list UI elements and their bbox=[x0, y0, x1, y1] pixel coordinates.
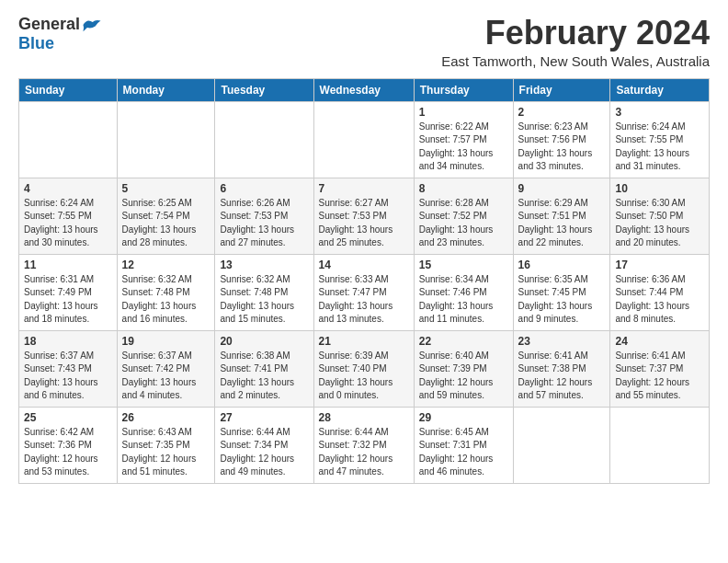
day-number: 1 bbox=[419, 106, 508, 119]
calendar-cell: 23Sunrise: 6:41 AMSunset: 7:38 PMDayligh… bbox=[513, 330, 610, 407]
day-info: Sunrise: 6:25 AMSunset: 7:54 PMDaylight:… bbox=[122, 197, 210, 250]
day-info: Sunrise: 6:22 AMSunset: 7:57 PMDaylight:… bbox=[419, 121, 508, 174]
day-header-monday: Monday bbox=[117, 78, 215, 101]
calendar-cell: 7Sunrise: 6:27 AMSunset: 7:53 PMDaylight… bbox=[313, 178, 414, 254]
day-info: Sunrise: 6:35 AMSunset: 7:45 PMDaylight:… bbox=[518, 273, 606, 327]
day-info: Sunrise: 6:41 AMSunset: 7:37 PMDaylight:… bbox=[615, 350, 704, 403]
calendar-cell: 17Sunrise: 6:36 AMSunset: 7:44 PMDayligh… bbox=[610, 254, 710, 330]
day-number: 8 bbox=[419, 182, 508, 195]
subtitle: East Tamworth, New South Wales, Australi… bbox=[441, 53, 710, 69]
calendar-cell bbox=[313, 101, 414, 178]
day-header-friday: Friday bbox=[513, 78, 610, 101]
day-number: 12 bbox=[122, 259, 210, 271]
calendar-cell: 3Sunrise: 6:24 AMSunset: 7:55 PMDaylight… bbox=[610, 101, 710, 178]
day-number: 4 bbox=[24, 182, 112, 195]
day-number: 28 bbox=[319, 411, 409, 424]
day-info: Sunrise: 6:28 AMSunset: 7:52 PMDaylight:… bbox=[419, 197, 508, 250]
day-info: Sunrise: 6:37 AMSunset: 7:42 PMDaylight:… bbox=[122, 350, 210, 403]
day-number: 17 bbox=[615, 259, 704, 271]
calendar-cell: 22Sunrise: 6:40 AMSunset: 7:39 PMDayligh… bbox=[414, 330, 513, 407]
day-info: Sunrise: 6:24 AMSunset: 7:55 PMDaylight:… bbox=[615, 121, 704, 174]
day-info: Sunrise: 6:41 AMSunset: 7:38 PMDaylight:… bbox=[518, 350, 606, 403]
title-area: February 2024 East Tamworth, New South W… bbox=[441, 15, 710, 69]
calendar-cell bbox=[215, 101, 313, 178]
day-info: Sunrise: 6:31 AMSunset: 7:49 PMDaylight:… bbox=[24, 273, 112, 327]
day-info: Sunrise: 6:23 AMSunset: 7:56 PMDaylight:… bbox=[518, 121, 606, 174]
day-number: 15 bbox=[419, 259, 508, 271]
day-number: 6 bbox=[220, 182, 308, 195]
day-number: 18 bbox=[24, 335, 112, 348]
day-number: 13 bbox=[220, 259, 308, 271]
week-row-1: 4Sunrise: 6:24 AMSunset: 7:55 PMDaylight… bbox=[19, 178, 710, 254]
calendar-cell: 16Sunrise: 6:35 AMSunset: 7:45 PMDayligh… bbox=[513, 254, 610, 330]
day-number: 27 bbox=[220, 411, 308, 424]
day-number: 2 bbox=[518, 106, 606, 119]
week-row-3: 18Sunrise: 6:37 AMSunset: 7:43 PMDayligh… bbox=[19, 330, 710, 407]
calendar-cell: 4Sunrise: 6:24 AMSunset: 7:55 PMDaylight… bbox=[19, 178, 118, 254]
day-info: Sunrise: 6:45 AMSunset: 7:31 PMDaylight:… bbox=[419, 426, 508, 479]
day-info: Sunrise: 6:38 AMSunset: 7:41 PMDaylight:… bbox=[220, 350, 308, 403]
calendar-cell: 11Sunrise: 6:31 AMSunset: 7:49 PMDayligh… bbox=[19, 254, 118, 330]
main-title: February 2024 bbox=[441, 15, 710, 52]
calendar-cell bbox=[610, 407, 710, 483]
day-number: 24 bbox=[615, 335, 704, 348]
day-number: 29 bbox=[419, 411, 508, 424]
day-info: Sunrise: 6:33 AMSunset: 7:47 PMDaylight:… bbox=[319, 273, 409, 327]
day-number: 20 bbox=[220, 335, 308, 348]
day-header-tuesday: Tuesday bbox=[215, 78, 313, 101]
bird-icon bbox=[82, 17, 102, 33]
week-row-0: 1Sunrise: 6:22 AMSunset: 7:57 PMDaylight… bbox=[19, 101, 710, 178]
day-number: 21 bbox=[319, 335, 409, 348]
calendar-cell: 1Sunrise: 6:22 AMSunset: 7:57 PMDaylight… bbox=[414, 101, 513, 178]
day-info: Sunrise: 6:42 AMSunset: 7:36 PMDaylight:… bbox=[24, 426, 112, 479]
calendar-cell: 26Sunrise: 6:43 AMSunset: 7:35 PMDayligh… bbox=[117, 407, 215, 483]
day-header-sunday: Sunday bbox=[19, 78, 118, 101]
calendar-cell: 12Sunrise: 6:32 AMSunset: 7:48 PMDayligh… bbox=[117, 254, 215, 330]
day-number: 25 bbox=[24, 411, 112, 424]
calendar-cell: 24Sunrise: 6:41 AMSunset: 7:37 PMDayligh… bbox=[610, 330, 710, 407]
calendar: SundayMondayTuesdayWednesdayThursdayFrid… bbox=[18, 78, 710, 484]
header: General Blue February 2024 East Tamworth… bbox=[18, 15, 710, 69]
day-number: 19 bbox=[122, 335, 210, 348]
calendar-cell: 15Sunrise: 6:34 AMSunset: 7:46 PMDayligh… bbox=[414, 254, 513, 330]
calendar-cell: 8Sunrise: 6:28 AMSunset: 7:52 PMDaylight… bbox=[414, 178, 513, 254]
day-info: Sunrise: 6:44 AMSunset: 7:34 PMDaylight:… bbox=[220, 426, 308, 479]
day-info: Sunrise: 6:34 AMSunset: 7:46 PMDaylight:… bbox=[419, 273, 508, 327]
calendar-cell: 6Sunrise: 6:26 AMSunset: 7:53 PMDaylight… bbox=[215, 178, 313, 254]
day-info: Sunrise: 6:32 AMSunset: 7:48 PMDaylight:… bbox=[122, 273, 210, 327]
week-row-4: 25Sunrise: 6:42 AMSunset: 7:36 PMDayligh… bbox=[19, 407, 710, 483]
calendar-cell bbox=[513, 407, 610, 483]
calendar-cell: 20Sunrise: 6:38 AMSunset: 7:41 PMDayligh… bbox=[215, 330, 313, 407]
calendar-cell bbox=[19, 101, 118, 178]
calendar-cell: 2Sunrise: 6:23 AMSunset: 7:56 PMDaylight… bbox=[513, 101, 610, 178]
day-number: 7 bbox=[319, 182, 409, 195]
calendar-cell: 9Sunrise: 6:29 AMSunset: 7:51 PMDaylight… bbox=[513, 178, 610, 254]
day-info: Sunrise: 6:39 AMSunset: 7:40 PMDaylight:… bbox=[319, 350, 409, 403]
day-number: 16 bbox=[518, 259, 606, 271]
calendar-cell bbox=[117, 101, 215, 178]
day-number: 11 bbox=[24, 259, 112, 271]
logo: General Blue bbox=[18, 15, 102, 53]
day-header-thursday: Thursday bbox=[414, 78, 513, 101]
calendar-cell: 28Sunrise: 6:44 AMSunset: 7:32 PMDayligh… bbox=[313, 407, 414, 483]
day-info: Sunrise: 6:24 AMSunset: 7:55 PMDaylight:… bbox=[24, 197, 112, 250]
week-row-2: 11Sunrise: 6:31 AMSunset: 7:49 PMDayligh… bbox=[19, 254, 710, 330]
day-info: Sunrise: 6:43 AMSunset: 7:35 PMDaylight:… bbox=[122, 426, 210, 479]
day-number: 9 bbox=[518, 182, 606, 195]
page: General Blue February 2024 East Tamworth… bbox=[0, 0, 728, 493]
calendar-cell: 21Sunrise: 6:39 AMSunset: 7:40 PMDayligh… bbox=[313, 330, 414, 407]
day-info: Sunrise: 6:32 AMSunset: 7:48 PMDaylight:… bbox=[220, 273, 308, 327]
day-info: Sunrise: 6:44 AMSunset: 7:32 PMDaylight:… bbox=[319, 426, 409, 479]
day-number: 23 bbox=[518, 335, 606, 348]
calendar-cell: 29Sunrise: 6:45 AMSunset: 7:31 PMDayligh… bbox=[414, 407, 513, 483]
calendar-cell: 10Sunrise: 6:30 AMSunset: 7:50 PMDayligh… bbox=[610, 178, 710, 254]
day-number: 5 bbox=[122, 182, 210, 195]
calendar-cell: 13Sunrise: 6:32 AMSunset: 7:48 PMDayligh… bbox=[215, 254, 313, 330]
calendar-cell: 14Sunrise: 6:33 AMSunset: 7:47 PMDayligh… bbox=[313, 254, 414, 330]
day-info: Sunrise: 6:40 AMSunset: 7:39 PMDaylight:… bbox=[419, 350, 508, 403]
calendar-cell: 19Sunrise: 6:37 AMSunset: 7:42 PMDayligh… bbox=[117, 330, 215, 407]
logo-general: General bbox=[18, 15, 80, 34]
day-number: 14 bbox=[319, 259, 409, 271]
day-info: Sunrise: 6:29 AMSunset: 7:51 PMDaylight:… bbox=[518, 197, 606, 250]
day-info: Sunrise: 6:26 AMSunset: 7:53 PMDaylight:… bbox=[220, 197, 308, 250]
